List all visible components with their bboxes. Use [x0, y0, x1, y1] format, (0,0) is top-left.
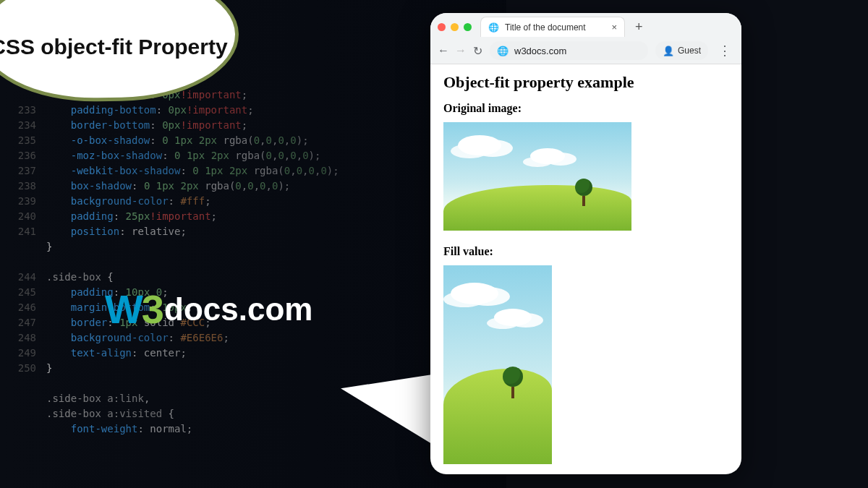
forward-button[interactable]: → [455, 44, 465, 57]
globe-icon: 🌐 [488, 22, 499, 33]
tab-strip: 🌐 Title of the document × + [430, 13, 741, 38]
brand-logo: W3 docs.com [105, 286, 312, 333]
page-title: Object-fit property example [443, 73, 728, 92]
profile-chip[interactable]: 👤 Guest [655, 41, 708, 60]
original-image [443, 122, 631, 231]
window-controls [438, 23, 472, 31]
logo-3: 3 [142, 286, 163, 332]
active-tab[interactable]: 🌐 Title of the document × [480, 17, 625, 37]
title-text: CSS object-fit Property [0, 33, 227, 60]
maximize-window-icon[interactable] [464, 23, 472, 31]
heading-original: Original image: [443, 102, 728, 115]
heading-fill: Fill value: [443, 245, 728, 258]
site-info-icon: 🌐 [497, 46, 509, 56]
minimize-window-icon[interactable] [451, 23, 459, 31]
page-content: Object-fit property example Original ima… [430, 64, 741, 473]
address-text: w3docs.com [514, 46, 566, 56]
logo-w: W [105, 286, 142, 332]
browser-window: 🌐 Title of the document × + ← → ↻ 🌐 w3do… [430, 13, 741, 474]
browser-menu-icon[interactable]: ⋮ [715, 43, 734, 59]
new-tab-button[interactable]: + [631, 20, 647, 35]
fill-image [443, 265, 552, 464]
avatar-icon: 👤 [663, 46, 674, 56]
logo-domain: docs.com [164, 291, 312, 328]
profile-label: Guest [678, 46, 701, 56]
reload-button[interactable]: ↻ [472, 44, 482, 58]
tab-title: Title of the document [505, 22, 586, 33]
browser-chrome: 🌐 Title of the document × + ← → ↻ 🌐 w3do… [430, 13, 741, 64]
back-button[interactable]: ← [438, 44, 448, 57]
toolbar: ← → ↻ 🌐 w3docs.com 👤 Guest ⋮ [430, 38, 741, 64]
address-bar[interactable]: 🌐 w3docs.com [490, 41, 648, 60]
close-tab-icon[interactable]: × [611, 22, 617, 33]
close-window-icon[interactable] [438, 23, 446, 31]
